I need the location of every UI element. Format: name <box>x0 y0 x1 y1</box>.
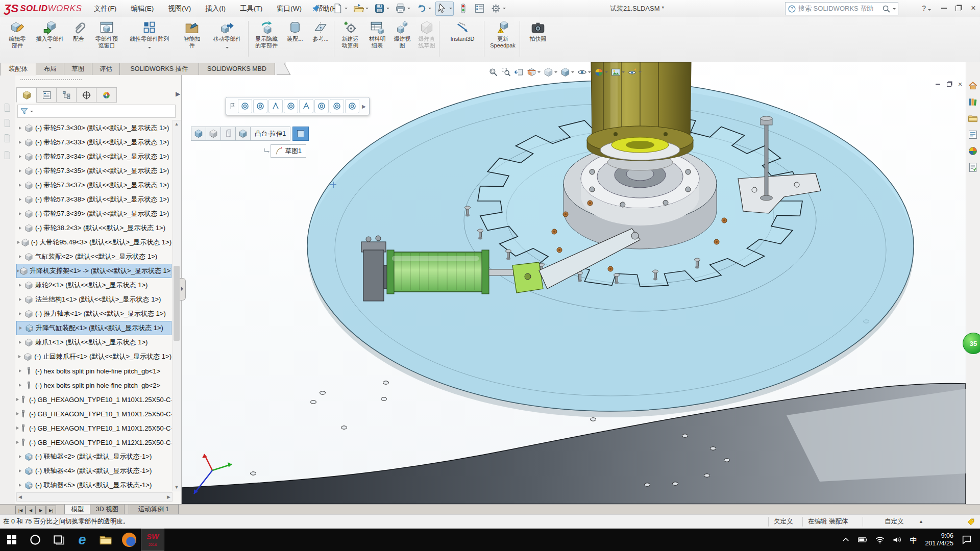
custom-caret-icon[interactable]: ▲ <box>919 515 923 529</box>
tree-item[interactable]: 升降气缸装配<1> (默认<默认_显示状态 1>) <box>16 321 172 335</box>
paneltab-dimxpertmanager[interactable] <box>76 87 97 103</box>
tree-item[interactable]: (-) 带轮57.3<37> (默认<<默认>_显示状态 1>) <box>16 178 172 192</box>
tree-item[interactable]: (-) 带轮38.2<3> (默认<<默认>_显示状态 1>) <box>16 221 172 235</box>
mate-angle-button[interactable] <box>299 99 313 113</box>
taskbar-solidworks-button[interactable]: SW2016 <box>141 529 164 551</box>
tree-item[interactable]: (-) 止回棘爪杆<1> (默认<<默认>_显示状态 1>) <box>16 349 172 364</box>
floating-green-badge[interactable]: 35 <box>963 333 980 354</box>
mate-concentric-button[interactable] <box>330 99 344 113</box>
tray-wifi-icon[interactable] <box>875 535 885 545</box>
mate-concentric-button[interactable] <box>314 99 329 113</box>
close-button[interactable]: × <box>967 3 980 14</box>
tray-volume-icon[interactable] <box>892 535 902 545</box>
paneltab-propertymanager[interactable] <box>36 87 57 103</box>
tree-item[interactable]: (-) 联轴器<5> (默认<默认_显示状态-1>) <box>16 478 172 492</box>
breadcrumb-feature-label[interactable]: 凸台-拉伸1 <box>250 127 290 141</box>
tree-item[interactable]: (-) 大带轮95.49<3> (默认<<默认>_显示状态 1>) <box>16 235 172 249</box>
viewtab-2[interactable]: 运动算例 1 <box>129 505 179 515</box>
commandtab-assembly[interactable]: 装配体 <box>0 63 36 76</box>
doc-minimize-button[interactable] <box>932 80 943 89</box>
taskpane-home-button[interactable] <box>968 81 978 92</box>
expand-icon[interactable] <box>16 212 23 215</box>
search-dropdown-icon[interactable] <box>893 8 896 10</box>
expand-icon[interactable] <box>16 469 23 472</box>
ribbon-update-speedpak-button[interactable]: 更新Speedpak <box>486 18 520 61</box>
expand-icon[interactable] <box>16 369 23 372</box>
expand-icon[interactable] <box>16 141 23 144</box>
tray-ime-chinese-icon[interactable]: 中 <box>910 536 917 544</box>
paneltab-featuremanager[interactable] <box>16 87 37 103</box>
menu-v[interactable]: 视图(V) <box>161 0 198 17</box>
collapsed-panel-icon[interactable] <box>3 103 12 114</box>
undo-button[interactable] <box>414 2 433 16</box>
restore-button[interactable] <box>951 3 965 14</box>
panel-splitter[interactable] <box>180 278 186 300</box>
tree-item[interactable]: (-) GB_HEXAGON_TYPE10_1 M10X1.25X50-C-N<… <box>16 407 172 421</box>
hide-show-items-button[interactable] <box>576 65 593 79</box>
mate-concentric-button[interactable] <box>238 99 252 113</box>
search-icon[interactable] <box>882 5 891 13</box>
scroll-right-icon[interactable]: ▶ <box>165 494 172 499</box>
tree-item[interactable]: (-) 带轮57.3<33> (默认<<默认>_显示状态 1>) <box>16 135 172 149</box>
ribbon-smart-fasteners-button[interactable]: 智能扣件 <box>178 18 206 61</box>
doc-restore-button[interactable] <box>943 80 954 89</box>
expand-icon[interactable] <box>16 198 23 201</box>
taskpane-custom-properties-button[interactable] <box>968 162 978 174</box>
scroll-left-icon[interactable]: ◀ <box>17 494 23 499</box>
tree-item[interactable]: (-) 带轮57.3<39> (默认<<默认>_显示状态 1>) <box>16 207 172 221</box>
zoom-area-button[interactable] <box>500 65 512 79</box>
collapsed-panel-icon[interactable] <box>3 134 12 144</box>
minimize-button[interactable] <box>937 3 950 14</box>
expand-icon[interactable] <box>16 227 23 230</box>
mate-concentric-button[interactable] <box>284 99 298 113</box>
scroll-down-icon[interactable]: ▼ <box>173 484 180 491</box>
tree-item[interactable]: (-) hex bolts split pin hole-fine pitch_… <box>16 364 172 378</box>
taskbar-start-button[interactable] <box>0 529 23 551</box>
panel-expand-icon[interactable]: ▶ <box>176 90 180 97</box>
mate-concentric-button[interactable] <box>345 99 359 113</box>
clock[interactable]: 9:062017/4/25 <box>925 532 953 547</box>
tree-item[interactable]: 法兰结构1<1> (默认<<默认>_显示状态 1>) <box>16 292 172 307</box>
expand-icon[interactable] <box>16 127 23 130</box>
expand-icon[interactable] <box>16 355 23 358</box>
taskbar-file-explorer-button[interactable] <box>94 529 117 551</box>
ribbon-reference-geometry-button[interactable]: 参考... <box>307 18 334 61</box>
menu-t[interactable]: 工具(T) <box>233 0 270 17</box>
expand-icon[interactable] <box>16 312 23 315</box>
tree-item[interactable]: (-) 联轴器<4> (默认<默认_显示状态-1>) <box>16 464 172 478</box>
expand-icon[interactable] <box>16 155 23 158</box>
display-style-button[interactable] <box>559 65 576 79</box>
viewtab-0[interactable]: 模型 <box>64 505 91 515</box>
view-orientation-button[interactable] <box>542 65 559 79</box>
tree-item[interactable]: (-) 带轮57.3<34> (默认<<默认>_显示状态 1>) <box>16 149 172 164</box>
dropdown-icon[interactable] <box>148 47 151 48</box>
tree-filter[interactable] <box>17 105 176 118</box>
ribbon-mate-button[interactable]: 配合 <box>66 18 91 61</box>
mate-width-button[interactable] <box>268 99 283 113</box>
select-cursor-button[interactable] <box>435 2 454 16</box>
context-more-icon[interactable]: ▶ <box>362 104 366 109</box>
ribbon-exploded-view-button[interactable]: 爆炸视图 <box>390 18 414 61</box>
commandtab-5[interactable]: SOLIDWORKS MBD <box>199 63 275 75</box>
ribbon-linear-pattern-button[interactable]: 线性零部件阵列 <box>122 18 177 61</box>
commandtab-1[interactable]: 布局 <box>36 63 64 75</box>
open-button[interactable] <box>352 2 370 16</box>
ribbon-component-preview-button[interactable]: 零部件预览窗口 <box>91 18 122 61</box>
menu-w[interactable]: 窗口(W) <box>270 0 309 17</box>
collapsed-panel-icon[interactable] <box>3 118 12 129</box>
tray-battery-icon[interactable] <box>857 535 868 545</box>
commandtab-3[interactable]: 评估 <box>92 63 120 75</box>
tree-item[interactable]: 升降机支撑架<1> -> (默认<<默认>_显示状态 1>) <box>16 264 172 278</box>
tray-action-center-icon[interactable] <box>961 534 972 545</box>
menu-f[interactable]: 文件(F) <box>87 0 124 17</box>
rebuild-button[interactable] <box>456 2 470 16</box>
edit-appearance-button[interactable] <box>593 65 609 79</box>
scrollbar-thumb[interactable] <box>174 266 180 341</box>
search-help-input[interactable]: ? 搜索 SOLIDWORKS 帮助 <box>785 2 898 15</box>
expand-icon[interactable] <box>16 455 23 458</box>
ribbon-show-hidden-button[interactable]: 显示隐藏的零部件 <box>250 18 283 61</box>
paneltab-displaymanager[interactable] <box>96 87 117 103</box>
breadcrumb-part[interactable] <box>206 127 221 141</box>
tag-icon[interactable] <box>967 518 975 526</box>
tree-item[interactable]: 棘爪1<1> (默认<<默认>_显示状态 1>) <box>16 335 172 349</box>
